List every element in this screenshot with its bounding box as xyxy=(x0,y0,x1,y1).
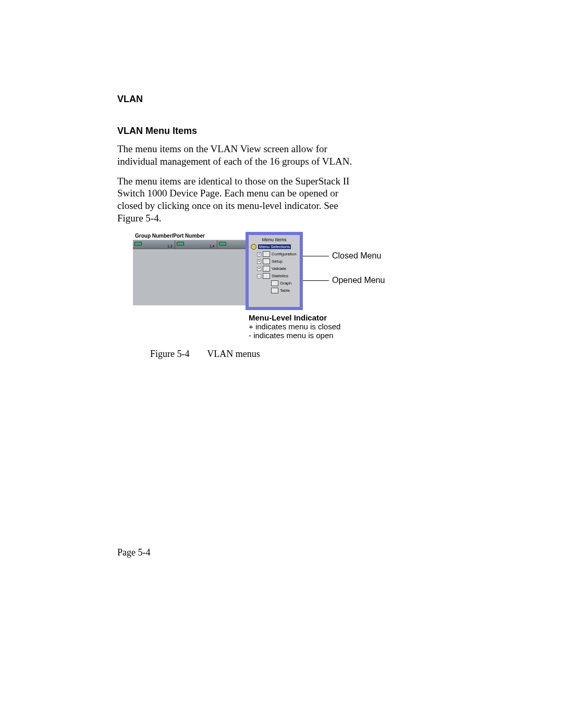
menu-item-table[interactable]: Table xyxy=(249,287,300,294)
port-cell: 1,3 xyxy=(133,240,175,249)
port-led-icon xyxy=(177,242,184,245)
expand-toggle-icon[interactable]: + xyxy=(257,260,261,264)
menu-item-label: Configuration xyxy=(272,252,297,256)
figure-caption-text: VLAN menus xyxy=(207,349,260,359)
menu-item-icon xyxy=(263,273,270,279)
tree-branch-icon xyxy=(265,283,270,283)
menu-panel-title: Menu Items xyxy=(249,235,300,243)
folder-open-icon xyxy=(251,244,256,250)
callout-line xyxy=(303,280,329,281)
menu-root-item[interactable]: Menu Selections xyxy=(249,243,300,251)
callout-line xyxy=(303,256,329,256)
legend-title: Menu-Level Indicator xyxy=(249,313,340,322)
callout-opened-menu: Opened Menu xyxy=(332,276,385,285)
figure-5-4: Group Number/Port Number 1,3 1,4 1,7 1,8 xyxy=(133,232,435,336)
menu-item-label: Statistics xyxy=(272,274,288,278)
menu-item-setup[interactable]: + Setup xyxy=(249,258,300,265)
menu-item-label: Validate xyxy=(272,266,286,271)
section-heading: VLAN Menu Items xyxy=(117,126,451,137)
port-led-icon xyxy=(219,242,226,245)
menu-items-panel-border: Menu Items Menu Selections + Configurati… xyxy=(246,232,303,310)
page-number: Page 5-4 xyxy=(117,547,150,558)
menu-item-configuration[interactable]: + Configuration xyxy=(249,251,300,258)
menu-item-icon xyxy=(263,251,270,257)
menu-item-validate[interactable]: + Validate xyxy=(249,265,300,273)
legend-line: + indicates menu is closed xyxy=(249,322,340,331)
menu-items-panel: Menu Items Menu Selections + Configurati… xyxy=(249,235,300,307)
port-number: 1,3 xyxy=(167,244,173,248)
expand-toggle-icon[interactable]: + xyxy=(257,252,261,256)
port-number: 1,4 xyxy=(210,244,215,248)
menu-item-icon xyxy=(263,258,270,264)
menu-item-graph[interactable]: Graph xyxy=(249,280,300,287)
legend-line: - indicates menu is open xyxy=(249,331,340,340)
tree-branch-icon xyxy=(265,290,270,291)
menu-item-label: Menu Selections xyxy=(258,244,291,249)
body-paragraph: The menu items are identical to those on… xyxy=(117,175,357,225)
menu-item-icon xyxy=(271,280,278,286)
menu-item-icon xyxy=(271,288,278,293)
menu-level-indicator-legend: Menu-Level Indicator + indicates menu is… xyxy=(249,313,340,340)
body-paragraph: The menu items on the VLAN View screen a… xyxy=(117,143,357,168)
port-cell: 1,4 xyxy=(175,240,217,249)
port-led-icon xyxy=(134,242,142,245)
collapse-toggle-icon[interactable]: - xyxy=(257,274,261,278)
menu-item-label: Table xyxy=(280,288,290,293)
figure-caption-label: Figure 5-4 xyxy=(150,349,205,360)
figure-caption: Figure 5-4 VLAN menus xyxy=(150,349,260,360)
expand-toggle-icon[interactable]: + xyxy=(257,267,261,271)
page-header: VLAN xyxy=(117,94,451,105)
callout-closed-menu: Closed Menu xyxy=(332,251,381,261)
menu-item-label: Graph xyxy=(280,281,291,286)
menu-item-statistics[interactable]: - Statistics xyxy=(249,273,300,280)
menu-item-label: Setup xyxy=(272,259,283,264)
menu-item-icon xyxy=(263,266,270,272)
